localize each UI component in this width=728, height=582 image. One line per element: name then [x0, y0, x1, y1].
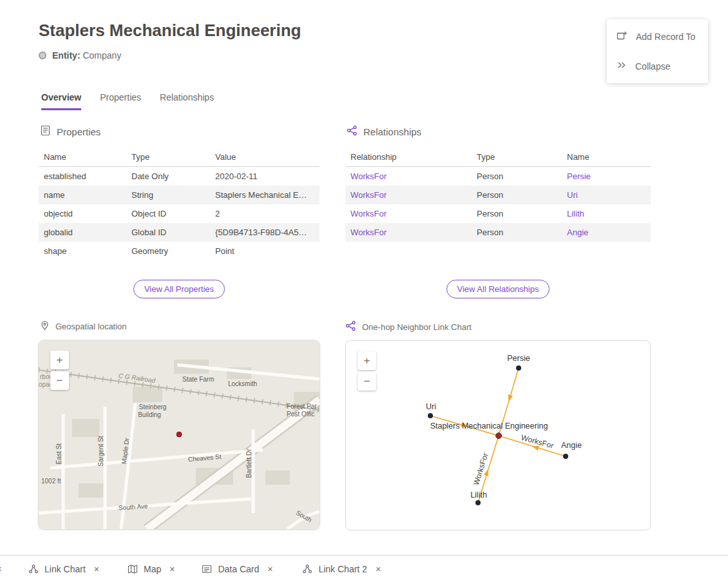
collapse-icon — [617, 60, 627, 72]
view-all-relationships-button[interactable]: View All Relationships — [446, 280, 550, 298]
entity-link[interactable]: Uri — [567, 190, 646, 200]
map-label: Sargent St — [97, 436, 104, 466]
entity-label: Entity: — [52, 50, 81, 61]
one-hop-title: One-hop Neighbor Link Chart — [362, 322, 472, 332]
node-center[interactable] — [496, 433, 502, 439]
close-icon[interactable]: × — [267, 564, 273, 574]
col-header: Type — [131, 152, 215, 162]
chart-zoom-out-button[interactable]: − — [358, 372, 376, 391]
link-chart-icon — [302, 564, 312, 574]
entity-link[interactable]: Angie — [567, 228, 646, 237]
center-node-label: Staplers Mechanical Engineering — [430, 422, 548, 431]
cell-type: Person — [477, 171, 567, 181]
properties-icon — [40, 125, 51, 138]
cell-name: objectid — [44, 209, 131, 218]
add-record-icon — [617, 30, 627, 43]
table-row: WorksFor Person Persie — [345, 167, 651, 186]
geospatial-title: Geospatial location — [55, 322, 127, 331]
cell-value: Staplers Mechanical Eng... — [215, 190, 314, 200]
col-header: Type — [477, 152, 567, 162]
cell-name: name — [44, 190, 131, 200]
link-chart-canvas[interactable]: WorksFor WorksFor Persie Uri Angie Lilit… — [346, 341, 650, 530]
link-chart-widget[interactable]: + − WorksFor WorksFor Persie — [345, 340, 651, 530]
node-persie[interactable] — [516, 365, 521, 371]
bottom-tab-label: Data Card — [218, 564, 259, 574]
add-record-label: Add Record To — [636, 32, 695, 42]
clipped-tab-close-icon[interactable]: × — [0, 563, 2, 574]
tab-properties[interactable]: Properties — [100, 92, 141, 110]
tab-overview[interactable]: Overview — [41, 92, 81, 110]
relationship-link[interactable]: WorksFor — [350, 209, 477, 218]
add-record-to-menu-item[interactable]: Add Record To — [607, 22, 708, 52]
bottom-tab-bar: × Link Chart × Map × Data Card × — [0, 555, 728, 582]
node-lilith[interactable] — [475, 500, 481, 505]
close-icon[interactable]: × — [376, 564, 381, 574]
cell-type: String — [131, 190, 215, 200]
table-row: shape Geometry Point — [39, 242, 320, 260]
map-label: Forest Par — [287, 403, 317, 410]
bottom-tab-label: Link Chart — [44, 564, 86, 574]
collapse-menu-item[interactable]: Collapse — [607, 52, 708, 81]
map-pin-icon — [40, 320, 50, 333]
bottom-tab-label: Map — [144, 564, 161, 574]
relationships-table: Relationship Type Name WorksFor Person P… — [345, 148, 651, 242]
cell-value: {5D9B4713-F98D-4A53-... — [215, 228, 314, 237]
view-all-properties-button[interactable]: View All Properties — [133, 280, 225, 298]
map-location-marker[interactable] — [177, 432, 182, 437]
map-icon — [128, 564, 138, 574]
map-label: Post Offic — [287, 411, 314, 418]
col-header: Name — [44, 152, 131, 162]
map-label: Building — [138, 411, 161, 418]
node-angie[interactable] — [563, 454, 568, 459]
map-label: Locksmith — [228, 380, 257, 387]
table-row: established Date Only 2020-02-11 — [39, 167, 320, 186]
context-menu: Add Record To Collapse — [607, 19, 708, 83]
table-row: globalid Global ID {5D9B4713-F98D-4A53-.… — [39, 223, 320, 242]
col-header: Relationship — [350, 152, 477, 162]
close-icon[interactable]: × — [169, 564, 175, 574]
entity-value: Company — [82, 50, 121, 61]
entity-link[interactable]: Lilith — [567, 209, 646, 218]
cell-type: Geometry — [131, 246, 215, 256]
card-tabs: Overview Properties Relationships — [41, 92, 214, 110]
col-header: Value — [215, 152, 314, 162]
map-canvas[interactable]: rbour opaedics C G Railroad State Farm L… — [39, 340, 320, 529]
properties-section: Properties Name Type Value established D… — [39, 125, 320, 260]
entity-line: Entity: Company — [39, 50, 121, 61]
edge-label: WorksFor — [472, 452, 490, 487]
relationship-link[interactable]: WorksFor — [350, 228, 477, 237]
cell-type: Date Only — [131, 171, 215, 181]
cell-type: Person — [477, 209, 567, 218]
relationship-link[interactable]: WorksFor — [350, 171, 477, 181]
close-icon[interactable]: × — [94, 564, 99, 574]
node-label: Persie — [507, 354, 530, 363]
properties-table: Name Type Value established Date Only 20… — [39, 148, 320, 260]
map-label: State Farm — [182, 376, 214, 383]
properties-title: Properties — [57, 126, 101, 137]
cell-value: Point — [215, 246, 314, 256]
map-zoom-out-button[interactable]: − — [50, 371, 69, 390]
table-row: WorksFor Person Lilith — [345, 204, 651, 223]
bottom-tab-link-chart[interactable]: Link Chart × — [28, 564, 99, 574]
cell-value: 2 — [215, 209, 314, 218]
cell-name: established — [44, 171, 131, 181]
relationships-section: Relationships Relationship Type Name Wor… — [345, 125, 651, 242]
bottom-tab-data-card[interactable]: Data Card × — [202, 564, 273, 574]
bottom-tab-map[interactable]: Map × — [128, 564, 175, 574]
cell-type: Person — [477, 190, 567, 200]
entity-link[interactable]: Persie — [567, 171, 646, 181]
node-uri[interactable] — [428, 413, 433, 418]
map-zoom-in-button[interactable]: + — [50, 351, 69, 369]
map-zoom-controls: + − — [50, 351, 69, 390]
cell-name: shape — [44, 246, 131, 256]
map-label: Bartlett Dr — [245, 449, 253, 478]
map-widget[interactable]: + − — [39, 340, 320, 529]
map-label: Steinberg — [139, 403, 167, 411]
cell-value: 2020-02-11 — [215, 171, 314, 181]
cell-type: Global ID — [131, 228, 215, 237]
relationship-link[interactable]: WorksFor — [350, 190, 477, 200]
chart-zoom-in-button[interactable]: + — [358, 351, 376, 370]
table-row: name String Staplers Mechanical Eng... — [39, 186, 320, 204]
bottom-tab-link-chart-2[interactable]: Link Chart 2 × — [302, 564, 381, 574]
tab-relationships[interactable]: Relationships — [160, 92, 214, 110]
